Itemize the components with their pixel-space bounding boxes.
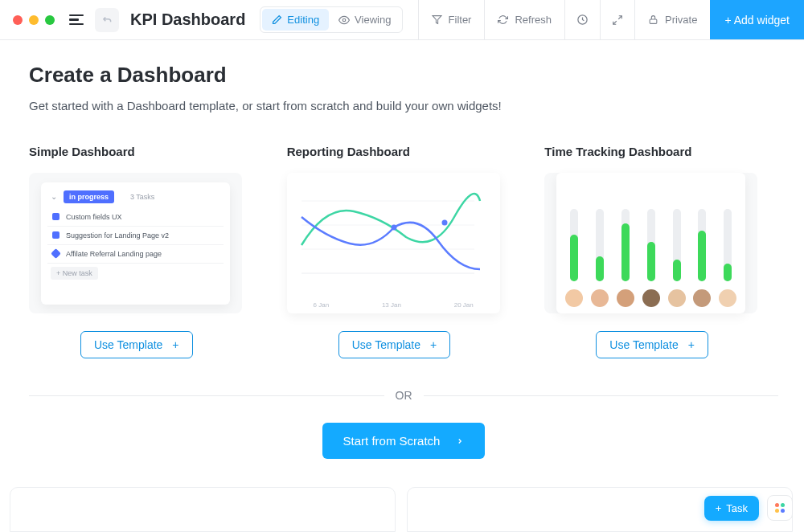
preview-timetracking-inner (556, 173, 745, 313)
toolbar-right: Filter Refresh Private + Add widget (418, 0, 804, 39)
viewing-label: Viewing (355, 14, 391, 26)
template-preview-reporting[interactable]: 6 Jan 13 Jan 20 Jan (287, 173, 500, 313)
expand-icon (612, 14, 623, 26)
chevron-right-icon (456, 436, 464, 447)
preview-simple-inner: ⌄ in progress 3 Tasks Custom fields UX S… (41, 182, 230, 305)
use-template-button[interactable]: Use Template + (596, 331, 708, 358)
add-widget-button[interactable]: + Add widget (710, 0, 804, 39)
avatar (591, 289, 609, 307)
status-badge: in progress (64, 190, 114, 203)
svg-point-0 (343, 18, 346, 22)
bar-chart (561, 207, 740, 281)
start-from-scratch-button[interactable]: Start from Scratch (322, 423, 486, 459)
template-title: Simple Dashboard (29, 145, 263, 158)
minimize-window-icon[interactable] (29, 15, 39, 25)
bar (596, 209, 604, 281)
avatar (719, 289, 736, 307)
lock-icon (648, 14, 658, 25)
list-item: Custom fields UX (47, 208, 224, 227)
clock-icon (576, 14, 589, 26)
avatar (565, 289, 583, 307)
maximize-window-icon[interactable] (45, 15, 55, 25)
bar (621, 209, 630, 281)
content-subheading: Get started with a Dashboard template, o… (29, 99, 778, 113)
private-label: Private (665, 14, 697, 26)
task-label: Task (726, 502, 748, 514)
template-title: Reporting Dashboard (287, 145, 521, 158)
bar (724, 209, 732, 281)
eye-icon (338, 14, 350, 26)
avatar (668, 289, 686, 307)
plus-icon: + (172, 338, 178, 351)
or-divider: OR (29, 389, 778, 402)
scratch-label: Start from Scratch (343, 434, 441, 448)
template-title: Time Tracking Dashboard (544, 145, 778, 158)
refresh-icon (498, 14, 508, 25)
avatar-row (561, 289, 740, 307)
svg-rect-2 (650, 19, 657, 23)
editing-label: Editing (287, 14, 319, 26)
template-card-simple: Simple Dashboard ⌄ in progress 3 Tasks C… (29, 145, 263, 358)
task-label: Suggestion for Landing Page v2 (66, 231, 169, 239)
use-template-label: Use Template (352, 338, 420, 351)
template-preview-simple[interactable]: ⌄ in progress 3 Tasks Custom fields UX S… (29, 173, 242, 313)
plus-icon: + (716, 502, 722, 514)
chevron-down-icon: ⌄ (51, 192, 57, 201)
autorefresh-button[interactable] (564, 0, 600, 39)
filter-label: Filter (449, 14, 472, 26)
use-template-button[interactable]: Use Template + (338, 331, 451, 358)
task-label: Custom fields UX (66, 213, 122, 221)
avatar (617, 289, 634, 307)
avatar (642, 289, 660, 307)
line-chart-icon (293, 181, 482, 285)
plus-icon: + (430, 338, 437, 351)
add-widget-label: + Add widget (724, 14, 790, 27)
task-count: 3 Tasks (130, 193, 154, 201)
bar (570, 209, 578, 281)
avatar (693, 289, 711, 307)
refresh-button[interactable]: Refresh (484, 0, 564, 39)
diamond-icon (51, 248, 61, 259)
topbar: KPI Dashboard Editing Viewing Filter Ref… (0, 0, 804, 40)
template-card-reporting: Reporting Dashboard 6 Jan (287, 145, 521, 358)
task-label: Affilate Referral Landing page (66, 250, 162, 258)
divider-line (424, 395, 779, 396)
chart-x-axis: 6 Jan 13 Jan 20 Jan (287, 301, 500, 309)
edit-view-toggle: Editing Viewing (260, 6, 403, 33)
pencil-icon (272, 14, 282, 25)
square-icon (52, 213, 59, 220)
bar (647, 209, 655, 281)
viewing-mode-button[interactable]: Viewing (329, 9, 400, 31)
content-heading: Create a Dashboard (29, 63, 778, 88)
template-cards-row: Simple Dashboard ⌄ in progress 3 Tasks C… (29, 145, 778, 358)
template-preview-timetracking[interactable] (544, 173, 757, 313)
square-icon (52, 231, 59, 239)
new-task-fab[interactable]: + Task (704, 496, 759, 521)
list-item: Affilate Referral Landing page (47, 245, 224, 264)
plus-icon: + (688, 338, 695, 351)
svg-point-8 (441, 220, 447, 226)
page-title: KPI Dashboard (130, 10, 245, 29)
ghost-panel (10, 487, 396, 532)
preview-reporting-inner: 6 Jan 13 Jan 20 Jan (287, 173, 500, 313)
sidebar-toggle-icon[interactable] (69, 14, 84, 26)
back-button[interactable] (95, 8, 119, 32)
content: Create a Dashboard Get started with a Da… (0, 40, 804, 459)
fullscreen-button[interactable] (600, 0, 634, 39)
template-card-timetracking: Time Tracking Dashboard (544, 145, 778, 358)
or-label: OR (396, 389, 412, 402)
x-tick: 13 Jan (382, 301, 401, 309)
close-window-icon[interactable] (13, 15, 23, 25)
apps-grid-icon (775, 503, 785, 513)
sharing-private-button[interactable]: Private (634, 0, 710, 39)
editing-mode-button[interactable]: Editing (262, 9, 329, 31)
use-template-label: Use Template (609, 338, 678, 351)
window-traffic-lights (13, 15, 55, 25)
apps-button[interactable] (767, 495, 793, 521)
filter-button[interactable]: Filter (418, 0, 485, 39)
filter-icon (432, 14, 442, 25)
x-tick: 20 Jan (454, 301, 474, 309)
divider-line (29, 395, 384, 396)
use-template-button[interactable]: Use Template + (80, 331, 193, 358)
refresh-label: Refresh (515, 14, 552, 26)
